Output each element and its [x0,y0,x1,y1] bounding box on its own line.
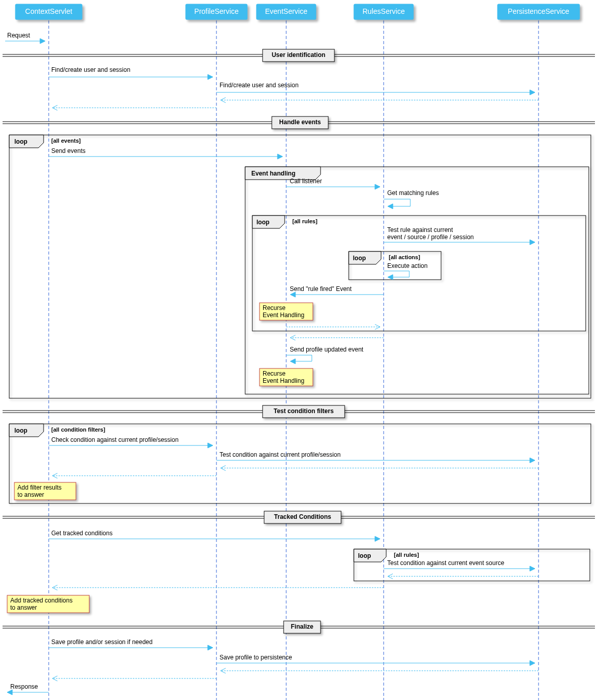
arrow-test-event-source: Test condition against current event sou… [384,559,535,571]
note-recurse-1: Recurse Event Handling [260,303,313,320]
svg-text:Test rule against current: Test rule against current [387,226,453,234]
svg-text:Send profile updated event: Send profile updated event [290,346,364,353]
svg-text:Handle events: Handle events [279,119,321,126]
svg-text:User identification: User identification [272,51,326,59]
svg-text:Call listener: Call listener [290,178,322,185]
svg-text:[all actions]: [all actions] [389,254,420,260]
svg-marker-19 [208,74,213,80]
return-rules-event [290,335,384,340]
svg-text:Test condition against current: Test condition against current event sou… [387,559,504,567]
svg-marker-115 [208,645,213,650]
frame-event-handling: Event handling [245,167,589,394]
svg-text:Add tracked conditions: Add tracked conditions [10,597,72,604]
participant-contextservlet: ContextServlet [15,4,82,20]
note-add-filter-results: Add filter results to answer [14,482,76,500]
svg-text:Finalize: Finalize [291,623,313,630]
svg-text:Add filter results: Add filter results [17,484,62,491]
svg-text:event / source / profile / ses: event / source / profile / session [387,234,474,241]
arrow-execute-action: Execute action [384,262,428,280]
participant-eventservice: EventService [256,4,316,20]
svg-text:Request: Request [7,32,30,39]
return-event-rules [286,324,380,329]
svg-text:Get tracked conditions: Get tracked conditions [51,530,112,537]
return-profile-context-3 [52,676,216,681]
svg-text:Recurse: Recurse [263,370,286,377]
svg-text:Event Handling: Event Handling [263,377,304,384]
arrow-test-rule: Test rule against current event / source… [384,226,535,245]
return-persist-rules [388,574,539,579]
svg-marker-22 [530,90,535,95]
arrow-call-listener: Call listener [286,178,380,189]
sequence-diagram: ContextServlet ProfileService EventServi… [0,0,597,700]
svg-text:Send "rule fired" Event: Send "rule fired" Event [290,285,352,293]
svg-text:ContextServlet: ContextServlet [25,7,72,15]
arrow-save-profile: Save profile and/or session if needed [49,638,213,650]
svg-marker-43 [388,204,393,209]
svg-text:Execute action: Execute action [387,262,428,269]
svg-text:RulesService: RulesService [363,7,405,15]
divider-test-cond-filters: Test condition filters [3,405,595,418]
svg-text:Event Handling: Event Handling [263,312,304,319]
arrow-find-create-user: Find/create user and session [49,66,213,80]
arrow-profile-updated: Send profile updated event [286,346,364,364]
divider-handle-events: Handle events [3,116,595,129]
svg-text:Test condition against current: Test condition against current profile/s… [220,451,341,458]
svg-text:loop: loop [14,138,27,145]
svg-marker-84 [530,458,535,463]
svg-text:loop: loop [256,219,269,226]
svg-text:[all condition filters]: [all condition filters] [51,426,105,433]
arrow-rule-fired: Send "rule fired" Event [290,285,384,297]
svg-marker-81 [208,443,213,448]
divider-tracked-conditions: Tracked Conditions [3,511,595,523]
svg-marker-60 [290,292,295,297]
svg-text:PersistenceService: PersistenceService [508,7,569,15]
svg-marker-35 [277,154,283,159]
svg-text:Find/create user and session: Find/create user and session [220,82,298,89]
svg-text:Recurse: Recurse [263,304,286,312]
svg-text:to answer: to answer [17,491,44,498]
svg-text:ProfileService: ProfileService [194,7,239,15]
svg-text:Event handling: Event handling [251,170,295,177]
note-add-tracked: Add tracked conditions to answer [7,595,89,613]
arrow-send-events: Send events [49,147,283,159]
arrow-request: Request [5,32,45,44]
svg-text:Get matching rules: Get matching rules [387,189,439,197]
divider-user-identification: User identification [3,49,595,62]
svg-marker-11 [40,38,45,44]
arrow-get-matching-rules: Get matching rules [384,189,439,209]
svg-text:loop: loop [358,552,371,559]
return-persist-profile-2 [221,465,539,471]
svg-marker-103 [530,566,535,571]
svg-text:to answer: to answer [10,604,37,611]
svg-text:Save profile and/or session if: Save profile and/or session if needed [51,638,152,646]
svg-text:[all events]: [all events] [51,138,81,144]
svg-text:Find/create user and session: Find/create user and session [51,66,130,73]
svg-rect-36 [245,167,589,394]
note-recurse-2: Recurse Event Handling [260,368,313,386]
svg-text:Test condition filters: Test condition filters [273,407,333,415]
return-profile-context [52,105,216,110]
return-persist-profile [221,98,539,103]
svg-text:loop: loop [14,427,27,434]
arrow-test-condition: Test condition against current profile/s… [216,451,535,463]
svg-text:loop: loop [353,255,366,262]
svg-text:Response: Response [10,683,38,690]
arrow-save-persistence: Save profile to persistence [216,654,535,666]
participant-persistenceservice: PersistenceService [497,4,580,20]
svg-marker-123 [7,690,12,695]
svg-marker-41 [375,184,380,189]
svg-marker-96 [375,536,380,541]
svg-marker-118 [530,660,535,666]
arrow-response: Response [7,683,49,695]
arrow-check-condition: Check condition against current profile/… [49,436,213,448]
svg-text:[all rules]: [all rules] [292,218,317,224]
participant-rulesservice: RulesService [354,4,413,20]
return-profile-context-2 [52,473,216,478]
arrow-get-tracked: Get tracked conditions [49,530,380,541]
return-persist-profile-3 [221,668,539,673]
arrow-find-create-user-persist: Find/create user and session [216,82,535,95]
svg-text:Check condition against curren: Check condition against current profile/… [51,436,178,443]
svg-marker-51 [530,240,535,245]
divider-finalize: Finalize [3,621,595,633]
svg-text:EventService: EventService [265,7,308,15]
